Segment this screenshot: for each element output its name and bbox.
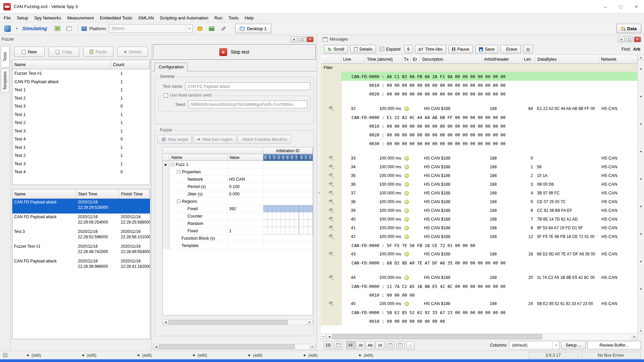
stop-test-button[interactable]: × Stop test <box>153 44 316 60</box>
bit-cell[interactable] <box>268 227 272 234</box>
side-tab-templates[interactable]: Templates <box>1 68 9 93</box>
hex-row[interactable]: CAN-FD:0000 : 5F F5 7E 56 FB 18 CE 72 01… <box>321 241 637 250</box>
scrollbar-track[interactable] <box>159 344 310 349</box>
setup-button[interactable]: Setup ... <box>561 341 586 349</box>
tree-row[interactable]: Template <box>163 242 313 249</box>
scrollbar-thumb[interactable] <box>159 345 295 349</box>
platform-select[interactable]: (None) ▾ <box>109 24 193 33</box>
close-button[interactable]: × <box>629 0 644 13</box>
bit-cell[interactable] <box>304 205 308 212</box>
hex-row[interactable]: 0020 : 00 00 00 00 00 00 00 00 00 00 00 … <box>321 130 637 139</box>
tree-row[interactable]: Fixed1 <box>163 227 313 235</box>
bit-cell[interactable] <box>272 220 277 227</box>
col-count[interactable]: Count <box>111 60 150 69</box>
attach-function-block-s-button[interactable]: Attach Function Block(s) <box>237 135 291 144</box>
bit-cell[interactable] <box>308 213 313 220</box>
hex-row[interactable]: 0020 : 00 00 00 00 00 00 00 00 00 00 00 … <box>321 89 637 98</box>
tree-node-value[interactable] <box>227 242 263 249</box>
test-row[interactable]: Test 21 <box>12 152 150 160</box>
bit-col-header[interactable]: 3 <box>277 154 281 161</box>
run-row[interactable]: Fuzzer Test #12020/11/16 22:28:46:742000… <box>12 243 150 258</box>
bit-cell[interactable] <box>277 205 281 212</box>
message-row[interactable]: a?x45100.000 msHS CAN $188188245B E2 85 … <box>321 299 637 308</box>
config-hscrollbar[interactable]: ◀ ► <box>153 344 316 350</box>
bit-cell[interactable] <box>268 205 272 212</box>
col-icon[interactable] <box>321 55 341 64</box>
bit-cell[interactable] <box>263 220 268 227</box>
bit-cell[interactable] <box>277 220 281 227</box>
bit-col-header[interactable]: 2 <box>272 154 276 161</box>
bit-cell[interactable] <box>304 227 308 234</box>
new-target-button[interactable]: New target <box>158 135 192 144</box>
delete-button[interactable]: ×Delete <box>117 47 148 57</box>
bit-cell[interactable] <box>281 205 285 212</box>
tab-desktop-1[interactable]: Desktop 1 <box>235 24 271 33</box>
messages-close-button[interactable]: × <box>634 37 641 42</box>
edit-slot[interactable]: (edit) <box>193 353 248 358</box>
col-len[interactable]: Len <box>522 55 536 64</box>
bit-cell[interactable] <box>290 213 294 220</box>
bit-col-header[interactable]: 2 <box>308 154 313 161</box>
copy-button[interactable]: Copy <box>49 47 79 57</box>
fuzzer-close-button[interactable]: × <box>307 37 314 42</box>
scrollbar-thumb[interactable] <box>169 320 288 324</box>
keypad-button[interactable] <box>64 24 74 33</box>
bit-cell[interactable] <box>304 213 308 220</box>
scroll-button[interactable]: ↻ Scroll <box>324 45 348 53</box>
col-tx[interactable]: Tx <box>402 55 411 64</box>
bit-cell[interactable] <box>285 205 290 212</box>
bit-cell[interactable] <box>299 227 304 234</box>
bit-cell[interactable] <box>285 227 290 234</box>
side-tab-tests[interactable]: Tests <box>1 46 9 67</box>
scroll-up-button[interactable]: ▲ <box>638 55 644 60</box>
message-row[interactable]: a?x44100.000 msHS CAN $1881882011 7A C2 … <box>321 273 637 282</box>
test-row[interactable]: Test 31 <box>12 127 150 135</box>
bit-cell[interactable] <box>263 227 268 234</box>
tree-row[interactable]: ▶−Fuzz 1 <box>163 161 313 168</box>
bit-cell[interactable] <box>268 213 272 220</box>
bit-cell[interactable] <box>281 227 285 234</box>
tree-node-value[interactable] <box>227 235 263 242</box>
tree-row[interactable]: Fixed392 <box>163 205 313 213</box>
run-mode-dropdown[interactable]: ▾ <box>14 24 19 33</box>
bit-cell[interactable] <box>290 220 294 227</box>
bit-cell[interactable] <box>285 213 290 220</box>
bit-col-header[interactable]: 5 <box>285 154 290 161</box>
menu-item-spy-networks[interactable]: Spy Networks <box>31 14 64 22</box>
col-databytes[interactable]: DataBytes <box>536 55 599 64</box>
new-button[interactable]: New <box>14 47 45 57</box>
tree-node-value[interactable]: 0.000 <box>227 190 263 197</box>
bit-cell[interactable] <box>263 205 268 212</box>
bit-col-header[interactable]: 1 <box>268 154 272 161</box>
menu-item-run[interactable]: Run <box>211 14 225 22</box>
test-row[interactable]: Fuzzer Test #11 <box>12 69 150 78</box>
message-row[interactable]: a?x40100.000 msHS CAN $18818877B 6E 14 7… <box>321 215 637 224</box>
paste-button[interactable]: Paste <box>83 47 114 57</box>
collapse-icon[interactable]: − <box>171 163 174 166</box>
message-row[interactable]: a?x36100.000 msHS CAN $18818830B 00 D6HS… <box>321 180 637 189</box>
bit-cell[interactable] <box>290 227 294 234</box>
details-button[interactable]: Details <box>350 45 376 53</box>
hex-row[interactable]: 0010 : 00 00 00 00 00 00 00 00 00 00 00 … <box>321 122 637 130</box>
messages-menu-button[interactable]: ▾ <box>618 37 625 42</box>
minimize-button[interactable]: – <box>598 0 613 13</box>
scroll-right-button[interactable]: ► <box>310 344 315 349</box>
col-time-abs-rel[interactable]: Time (abs/rel) <box>365 55 402 64</box>
menu-item-help[interactable]: Help <box>241 14 257 22</box>
bit-cell[interactable] <box>294 220 299 227</box>
message-row[interactable]: a?x37100.000 msHS CAN $18818843B 97 99 F… <box>321 189 637 197</box>
scroll-left-button[interactable]: ◀ <box>163 320 168 325</box>
bit-cell[interactable] <box>277 213 281 220</box>
bit-cell[interactable] <box>308 220 313 227</box>
col-arbid-header[interactable]: ArbId/Header <box>482 55 522 64</box>
tree-row[interactable]: NetworkHS CAN <box>163 176 313 183</box>
menu-item-measurement[interactable]: Measurement <box>64 14 97 22</box>
tree-node-value[interactable] <box>227 168 263 175</box>
seed-input[interactable]: 08BWWfLKenc4ZB3z6zqTNG/89l/6BgcPaV9+TuVO… <box>188 101 307 108</box>
bit-cell[interactable] <box>308 227 313 234</box>
run-mode-button[interactable] <box>3 24 12 33</box>
run-row[interactable]: CAN FD Payload attack2020/11/16 22:29:08… <box>12 214 150 228</box>
test-row[interactable]: Test 11 <box>12 86 150 94</box>
messages-restore-button[interactable] <box>626 37 633 42</box>
hex-row[interactable]: CAN-FD:0000 : 11 7A C2 A5 1B 8B E5 42 8C… <box>321 282 637 291</box>
